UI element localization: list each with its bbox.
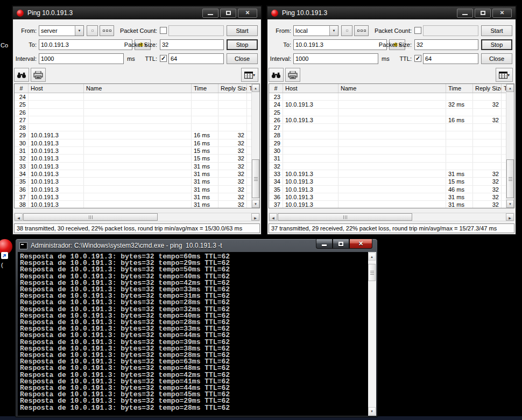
packet-size-input[interactable]: 32 bbox=[160, 39, 224, 50]
chevron-down-icon[interactable]: ▼ bbox=[329, 26, 338, 36]
close-button[interactable]: ✕ bbox=[238, 9, 257, 18]
scroll-left-icon[interactable]: ◀ bbox=[269, 213, 277, 221]
minimize-button[interactable] bbox=[457, 9, 473, 18]
table-row[interactable]: 24 bbox=[15, 93, 251, 101]
table-row[interactable]: 3310.0.191.331 ms32 bbox=[269, 170, 506, 178]
maximize-button[interactable] bbox=[333, 239, 349, 249]
scroll-down-icon[interactable]: ▼ bbox=[252, 200, 259, 208]
vertical-scrollbar[interactable]: ▲ ▼ bbox=[368, 252, 376, 416]
ttl-input[interactable]: 64 bbox=[423, 53, 478, 64]
ttl-checkbox[interactable] bbox=[414, 55, 421, 62]
scrollbar-thumb[interactable] bbox=[506, 159, 514, 198]
scroll-up-icon[interactable]: ▲ bbox=[368, 253, 376, 261]
table-row[interactable]: 3410.0.191.315 ms32 bbox=[269, 178, 506, 185]
stop-button[interactable]: Stop bbox=[227, 39, 258, 50]
table-row[interactable]: 25 bbox=[15, 101, 251, 108]
title-bar[interactable]: Ping 10.0.191.3 ✕ bbox=[13, 6, 261, 19]
table-row[interactable]: 3810.0.191.331 ms32 bbox=[15, 201, 251, 208]
close-action-button[interactable]: Close bbox=[481, 53, 512, 64]
packet-count-checkbox[interactable] bbox=[414, 27, 421, 34]
minimize-button[interactable] bbox=[316, 239, 333, 249]
table-row[interactable]: 27 bbox=[269, 124, 506, 131]
packet-count-input[interactable] bbox=[423, 25, 478, 36]
column-header[interactable]: Reply Size bbox=[218, 84, 247, 93]
start-button[interactable]: Start bbox=[227, 25, 258, 36]
table-row[interactable]: 3410.0.191.331 ms32 bbox=[15, 170, 251, 178]
ttl-checkbox[interactable] bbox=[160, 55, 167, 62]
table-row[interactable]: 3110.0.191.315 ms32 bbox=[15, 147, 251, 155]
vertical-scrollbar[interactable]: ▲ ▼ bbox=[506, 84, 514, 208]
table-row[interactable]: 3710.0.191.331 ms32 bbox=[15, 193, 251, 201]
vertical-scrollbar[interactable]: ▲ ▼ bbox=[251, 84, 259, 208]
scroll-right-icon[interactable]: ▶ bbox=[506, 213, 514, 221]
column-header[interactable]: Name bbox=[338, 84, 446, 93]
table-row[interactable]: 2410.0.191.332 ms32 bbox=[269, 101, 506, 108]
find-button[interactable] bbox=[269, 68, 284, 82]
from-select[interactable]: server ▼ bbox=[39, 25, 84, 36]
close-button[interactable]: ✕ bbox=[492, 9, 512, 18]
table-row[interactable]: 23 bbox=[269, 93, 506, 101]
table-row[interactable]: 3710.0.191.331 ms32 bbox=[269, 201, 506, 208]
column-header[interactable]: Time bbox=[446, 84, 473, 93]
table-row[interactable]: 26 bbox=[15, 109, 251, 116]
ttl-input[interactable]: 64 bbox=[168, 53, 224, 64]
columns-button[interactable]: ▾ bbox=[496, 68, 513, 82]
column-header[interactable]: # bbox=[15, 84, 29, 93]
small-square-button[interactable] bbox=[87, 25, 98, 36]
close-button[interactable]: ✕ bbox=[349, 239, 372, 249]
table-row[interactable]: 3510.0.191.331 ms32 bbox=[15, 178, 251, 185]
scroll-up-icon[interactable]: ▲ bbox=[252, 84, 259, 92]
start-button[interactable]: Start bbox=[481, 25, 512, 36]
from-select[interactable]: local ▼ bbox=[293, 25, 338, 36]
scrollbar-thumb[interactable] bbox=[368, 264, 376, 281]
print-button[interactable] bbox=[285, 68, 300, 82]
column-header[interactable]: Host bbox=[283, 84, 338, 93]
table-row[interactable]: 28 bbox=[269, 131, 506, 139]
horizontal-scrollbar[interactable]: ◀ ▶ bbox=[269, 213, 514, 221]
table-row[interactable]: 25 bbox=[269, 109, 506, 116]
table-row[interactable]: 2610.0.191.316 ms32 bbox=[269, 116, 506, 124]
maximize-button[interactable] bbox=[475, 9, 491, 18]
packet-size-input[interactable]: 32 bbox=[414, 39, 478, 50]
print-button[interactable] bbox=[31, 68, 46, 82]
table-row[interactable]: 3610.0.191.331 ms32 bbox=[269, 193, 506, 201]
table-row[interactable]: 2910.0.191.316 ms32 bbox=[15, 131, 251, 139]
find-button[interactable] bbox=[14, 68, 29, 82]
scroll-down-icon[interactable]: ▼ bbox=[368, 407, 376, 415]
columns-button[interactable]: ▾ bbox=[241, 68, 258, 82]
scroll-left-icon[interactable]: ◀ bbox=[15, 213, 23, 221]
table-row[interactable]: 28 bbox=[15, 124, 251, 131]
packet-count-checkbox[interactable] bbox=[160, 27, 167, 34]
desktop-icon-label[interactable]: ( bbox=[1, 262, 3, 268]
scrollbar-thumb[interactable] bbox=[278, 213, 412, 221]
stop-button[interactable]: Stop bbox=[481, 39, 512, 50]
table-row[interactable]: 3610.0.191.331 ms32 bbox=[15, 186, 251, 193]
packet-count-input[interactable] bbox=[168, 25, 224, 36]
table-row[interactable]: 29 bbox=[269, 139, 506, 147]
table-row[interactable]: 32 bbox=[269, 163, 506, 170]
scroll-down-icon[interactable]: ▼ bbox=[506, 200, 514, 208]
horizontal-scrollbar[interactable]: ◀ ▶ bbox=[14, 213, 260, 221]
desktop-icon-label[interactable]: Co bbox=[1, 42, 8, 48]
column-header[interactable]: Host bbox=[29, 84, 84, 93]
table-row[interactable]: 31 bbox=[269, 155, 506, 162]
close-action-button[interactable]: Close bbox=[227, 53, 258, 64]
scrollbar-thumb[interactable] bbox=[252, 159, 259, 198]
maximize-button[interactable] bbox=[220, 9, 236, 18]
table-row[interactable]: 3310.0.191.331 ms32 bbox=[15, 163, 251, 170]
scrollbar-thumb[interactable] bbox=[23, 213, 158, 221]
table-row[interactable]: 3510.0.191.346 ms32 bbox=[269, 186, 506, 193]
column-header[interactable]: Reply Size bbox=[473, 84, 502, 93]
title-bar[interactable]: Ping 10.0.191.3 ✕ bbox=[267, 6, 516, 19]
scroll-up-icon[interactable]: ▲ bbox=[506, 84, 514, 92]
table-row[interactable]: 27 bbox=[15, 116, 251, 124]
table-row[interactable]: 3010.0.191.316 ms32 bbox=[15, 139, 251, 147]
table-row[interactable]: 3210.0.191.315 ms32 bbox=[15, 155, 251, 162]
minimize-button[interactable] bbox=[202, 9, 218, 18]
chevron-down-icon[interactable]: ▼ bbox=[75, 26, 83, 36]
column-header[interactable]: Time bbox=[192, 84, 218, 93]
column-header[interactable]: # bbox=[269, 84, 283, 93]
small-square-button[interactable] bbox=[341, 25, 352, 36]
table-row[interactable]: 30 bbox=[269, 147, 506, 155]
scroll-right-icon[interactable]: ▶ bbox=[251, 213, 259, 221]
